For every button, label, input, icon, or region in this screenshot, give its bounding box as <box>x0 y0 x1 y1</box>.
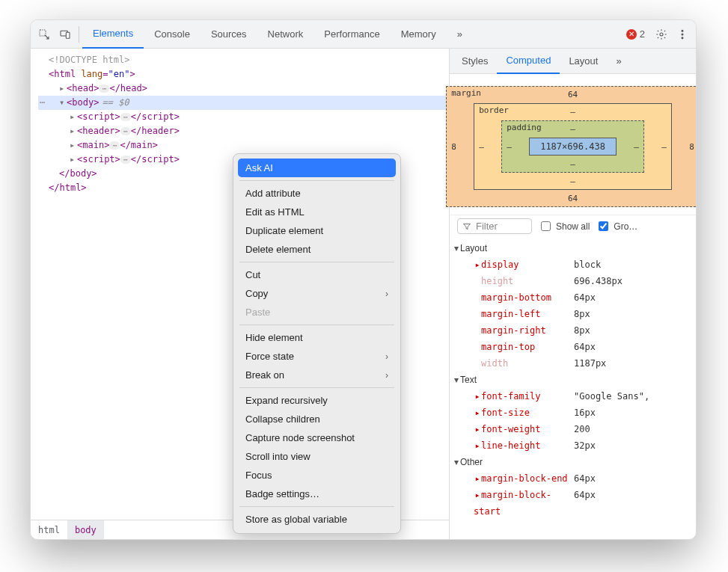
padding-top-value[interactable]: – <box>570 124 575 134</box>
padding-bottom-value[interactable]: – <box>570 159 575 169</box>
filter-input[interactable]: Filter <box>457 218 532 234</box>
context-menu-item[interactable]: Store as global variable <box>238 510 396 529</box>
context-menu-item[interactable]: Edit as HTML <box>238 203 396 221</box>
settings-icon[interactable] <box>651 24 672 45</box>
elements-panel: <!DOCTYPE html> <html lang="en"> ▸<head>… <box>31 49 449 539</box>
property-group[interactable]: ▾Layout <box>454 240 691 256</box>
tab-sources[interactable]: Sources <box>201 20 257 49</box>
device-toolbar-icon[interactable] <box>55 24 76 45</box>
error-count-value: 2 <box>640 28 645 40</box>
border-right-value[interactable]: – <box>661 142 667 152</box>
tab-network[interactable]: Network <box>257 20 314 49</box>
computed-properties[interactable]: ▾Layout▸displayblockheight696.438pxmargi… <box>450 237 696 539</box>
subtab-computed[interactable]: Computed <box>497 49 560 74</box>
subtabs-overflow-icon[interactable]: » <box>607 49 630 74</box>
property-group[interactable]: ▾Other <box>454 454 691 470</box>
property-row[interactable]: ▸margin-block-start64px <box>454 487 691 520</box>
property-row[interactable]: margin-right8px <box>454 322 691 339</box>
context-menu-item[interactable]: Badge settings… <box>238 485 396 503</box>
separator <box>79 26 79 43</box>
context-menu-item-label: Cut <box>245 269 260 280</box>
context-menu-item[interactable]: Copy› <box>238 284 396 303</box>
context-menu-item[interactable]: Expand recursively <box>238 391 396 410</box>
svg-rect-2 <box>66 32 70 38</box>
svg-point-3 <box>660 33 663 36</box>
property-group[interactable]: ▾Text <box>454 372 691 388</box>
context-menu-item[interactable]: Ask AI <box>238 159 396 177</box>
property-row[interactable]: margin-bottom64px <box>454 289 691 306</box>
context-menu-separator <box>239 506 394 507</box>
padding-left-value[interactable]: – <box>507 142 512 152</box>
group-label: Gro… <box>614 221 637 232</box>
box-model[interactable]: margin 64 64 8 8 border – – – – paddin <box>450 74 696 215</box>
tab-memory[interactable]: Memory <box>391 20 447 49</box>
property-row[interactable]: margin-left8px <box>454 306 691 322</box>
dom-script-1[interactable]: ▸<script>⋯</script> <box>38 110 449 124</box>
breadcrumb-body[interactable]: body <box>67 520 104 540</box>
box-model-content[interactable]: 1187×696.438 <box>529 138 617 156</box>
context-menu-item-label: Break on <box>245 369 284 381</box>
context-menu-item-label: Expand recursively <box>245 395 328 406</box>
border-top-value[interactable]: – <box>570 107 575 117</box>
subtab-styles[interactable]: Styles <box>453 49 497 74</box>
svg-point-6 <box>682 37 683 38</box>
tab-elements[interactable]: Elements <box>82 20 144 49</box>
context-menu-item[interactable]: Force state› <box>238 347 396 366</box>
context-menu-item[interactable]: Scroll into view <box>238 447 396 466</box>
context-menu-item-label: Store as global variable <box>245 514 347 525</box>
dom-head[interactable]: ▸<head>⋯</head> <box>38 82 449 96</box>
show-all-label: Show all <box>556 221 590 232</box>
subtab-layout[interactable]: Layout <box>560 49 607 74</box>
tabs-overflow-icon[interactable]: » <box>447 20 473 49</box>
context-menu-separator <box>239 387 394 388</box>
tab-console[interactable]: Console <box>144 20 201 49</box>
show-all-checkbox[interactable]: Show all <box>538 219 590 233</box>
context-menu-item[interactable]: Duplicate element <box>238 221 396 240</box>
border-bottom-value[interactable]: – <box>570 176 575 186</box>
margin-right-value[interactable]: 8 <box>689 142 694 152</box>
error-count[interactable]: ✕ 2 <box>626 28 645 40</box>
context-menu-separator <box>239 180 394 181</box>
tab-performance[interactable]: Performance <box>313 20 390 49</box>
context-menu-item[interactable]: Cut <box>238 265 396 284</box>
breadcrumb-html[interactable]: html <box>31 520 67 540</box>
dom-header[interactable]: ▸<header>⋯</header> <box>38 124 449 138</box>
property-row[interactable]: margin-top64px <box>454 339 691 355</box>
context-menu-item-label: Add attribute <box>245 188 301 199</box>
computed-filter-bar: Filter Show all Gro… <box>450 215 696 237</box>
kebab-menu-icon[interactable] <box>672 24 693 45</box>
context-menu: Ask AIAdd attributeEdit as HTMLDuplicate… <box>233 153 401 534</box>
context-menu-item[interactable]: Delete element <box>238 240 396 259</box>
border-left-value[interactable]: – <box>479 142 484 152</box>
context-menu-item[interactable]: Collapse children <box>238 410 396 428</box>
margin-left-value[interactable]: 8 <box>451 142 456 152</box>
padding-right-value[interactable]: – <box>634 142 639 152</box>
property-row[interactable]: ▸font-size16px <box>454 405 691 421</box>
property-row[interactable]: ▸font-weight200 <box>454 421 691 437</box>
inspect-icon[interactable] <box>34 24 55 45</box>
context-menu-item[interactable]: Focus <box>238 466 396 485</box>
margin-bottom-value[interactable]: 64 <box>568 194 578 203</box>
property-row[interactable]: width1187px <box>454 355 691 372</box>
group-checkbox[interactable]: Gro… <box>596 219 637 233</box>
dom-body-open[interactable]: ⋯ ▾<body>== $0 <box>38 96 449 110</box>
context-menu-item[interactable]: Break on› <box>238 366 396 384</box>
dom-html-open[interactable]: <html lang="en"> <box>38 67 449 82</box>
property-row[interactable]: ▸font-family"Google Sans", <box>454 388 691 405</box>
main-tabs: Elements Console Sources Network Perform… <box>82 20 473 49</box>
context-menu-item-label: Copy <box>245 288 268 299</box>
context-menu-item[interactable]: Add attribute <box>238 184 396 203</box>
context-menu-item-label: Hide element <box>245 332 303 343</box>
context-menu-item[interactable]: Capture node screenshot <box>238 428 396 447</box>
property-row[interactable]: ▸margin-block-end64px <box>454 470 691 487</box>
margin-top-value[interactable]: 64 <box>568 90 578 99</box>
funnel-icon <box>462 222 471 231</box>
context-menu-item[interactable]: Hide element <box>238 328 396 347</box>
dom-main[interactable]: ▸<main>⋯</main> <box>38 138 449 153</box>
property-row[interactable]: height696.438px <box>454 273 691 289</box>
sidebar-tabs: Styles Computed Layout » <box>450 49 696 74</box>
property-row[interactable]: ▸line-height32px <box>454 437 691 454</box>
property-row[interactable]: ▸displayblock <box>454 256 691 273</box>
context-menu-item-label: Collapse children <box>245 413 320 425</box>
dom-doctype[interactable]: <!DOCTYPE html> <box>38 53 449 67</box>
